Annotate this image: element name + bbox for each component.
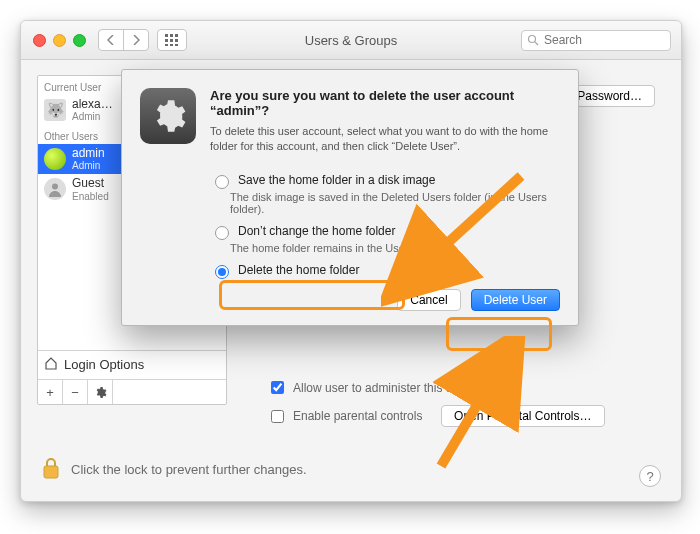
avatar-icon: 🐺 bbox=[44, 99, 66, 121]
radio-label: Save the home folder in a disk image bbox=[238, 173, 435, 187]
zoom-window-button[interactable] bbox=[73, 34, 86, 47]
forward-button[interactable] bbox=[124, 30, 148, 50]
admin-checkbox-label: Allow user to administer this computer bbox=[293, 381, 496, 395]
avatar-icon bbox=[44, 148, 66, 170]
lock-icon[interactable] bbox=[41, 456, 61, 483]
svg-rect-2 bbox=[175, 34, 178, 37]
svg-rect-8 bbox=[175, 44, 178, 46]
user-role: Admin bbox=[72, 160, 105, 171]
back-button[interactable] bbox=[99, 30, 124, 50]
syspref-app-icon bbox=[140, 88, 196, 144]
sidebar-toolbar: + − bbox=[38, 379, 226, 404]
admin-checkbox[interactable] bbox=[271, 381, 284, 394]
parental-checkbox-label: Enable parental controls bbox=[293, 409, 422, 423]
login-options-label: Login Options bbox=[64, 357, 144, 372]
login-options[interactable]: Login Options bbox=[38, 350, 226, 378]
search-icon bbox=[527, 34, 539, 49]
radio-delete-home[interactable] bbox=[215, 265, 229, 279]
svg-rect-6 bbox=[165, 44, 168, 46]
minimize-window-button[interactable] bbox=[53, 34, 66, 47]
radio-label: Delete the home folder bbox=[238, 263, 359, 277]
syspref-window: Users & Groups Current User 🐺 alexa…Admi… bbox=[20, 20, 682, 502]
show-all-button[interactable] bbox=[157, 29, 187, 51]
lock-row: Click the lock to prevent further change… bbox=[41, 456, 661, 483]
sheet-title: Are you sure you want to delete the user… bbox=[210, 88, 560, 118]
sheet-buttons: Cancel Delete User bbox=[140, 289, 560, 311]
user-name: admin bbox=[72, 147, 105, 160]
delete-user-sheet: Are you sure you want to delete the user… bbox=[121, 69, 579, 326]
remove-user-button[interactable]: − bbox=[63, 380, 88, 404]
user-options: Allow user to administer this computer E… bbox=[267, 378, 605, 427]
svg-rect-5 bbox=[175, 39, 178, 42]
radio-caption: The home folder remains in the Users fol… bbox=[230, 242, 560, 254]
user-name: Guest bbox=[72, 177, 109, 190]
lock-text: Click the lock to prevent further change… bbox=[71, 462, 307, 477]
actions-gear-button[interactable] bbox=[88, 380, 113, 404]
option-save-image[interactable]: Save the home folder in a disk image The… bbox=[210, 172, 560, 215]
avatar-icon bbox=[44, 178, 66, 200]
admin-checkbox-row[interactable]: Allow user to administer this computer bbox=[267, 378, 605, 397]
home-icon bbox=[44, 356, 58, 373]
window-controls bbox=[21, 34, 86, 47]
help-button[interactable]: ? bbox=[639, 465, 661, 487]
svg-rect-1 bbox=[170, 34, 173, 37]
sheet-subtitle: To delete this user account, select what… bbox=[210, 124, 560, 154]
svg-rect-4 bbox=[170, 39, 173, 42]
add-user-button[interactable]: + bbox=[38, 380, 63, 404]
svg-rect-7 bbox=[170, 44, 173, 46]
radio-label: Don’t change the home folder bbox=[238, 224, 395, 238]
option-delete-home[interactable]: Delete the home folder bbox=[210, 262, 560, 279]
parental-checkbox-row[interactable]: Enable parental controls Open Parental C… bbox=[267, 405, 605, 427]
sheet-options: Save the home folder in a disk image The… bbox=[210, 172, 560, 279]
svg-point-9 bbox=[529, 35, 536, 42]
svg-point-11 bbox=[52, 184, 58, 190]
radio-save-image[interactable] bbox=[215, 175, 229, 189]
parental-checkbox[interactable] bbox=[271, 410, 284, 423]
radio-caption: The disk image is saved in the Deleted U… bbox=[230, 191, 560, 215]
option-dont-change[interactable]: Don’t change the home folder The home fo… bbox=[210, 223, 560, 254]
close-window-button[interactable] bbox=[33, 34, 46, 47]
user-name: alexa… bbox=[72, 98, 113, 111]
open-parental-button[interactable]: Open Parental Controls… bbox=[441, 405, 604, 427]
delete-user-button[interactable]: Delete User bbox=[471, 289, 560, 311]
radio-dont-change[interactable] bbox=[215, 226, 229, 240]
search-input[interactable] bbox=[521, 30, 671, 51]
user-role: Enabled bbox=[72, 191, 109, 202]
titlebar: Users & Groups bbox=[21, 21, 681, 60]
svg-line-10 bbox=[535, 42, 538, 45]
svg-rect-12 bbox=[44, 466, 58, 478]
svg-rect-0 bbox=[165, 34, 168, 37]
search-wrap bbox=[521, 30, 671, 51]
nav-buttons bbox=[98, 29, 149, 51]
svg-rect-3 bbox=[165, 39, 168, 42]
user-role: Admin bbox=[72, 111, 113, 122]
cancel-button[interactable]: Cancel bbox=[397, 289, 460, 311]
